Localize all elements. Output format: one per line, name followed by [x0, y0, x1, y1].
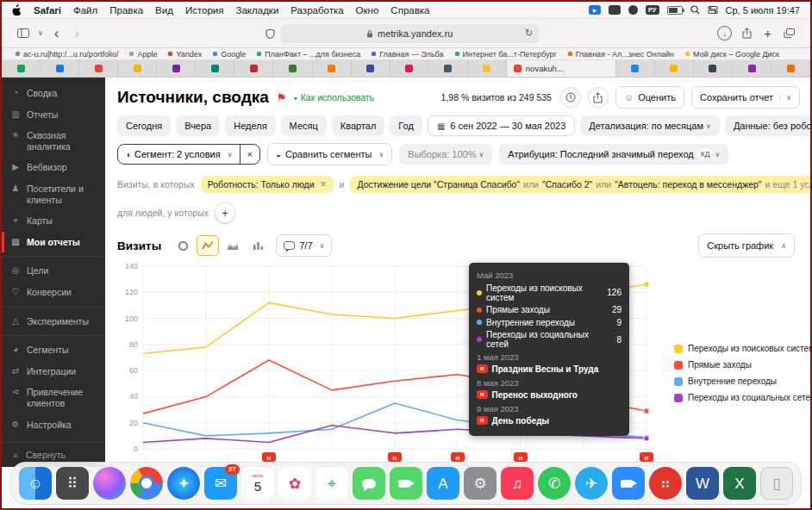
- browser-tab[interactable]: [616, 60, 655, 77]
- holiday-badge[interactable]: н: [388, 452, 402, 462]
- browser-tab[interactable]: [234, 60, 273, 77]
- dock-launchpad[interactable]: ⠿: [56, 467, 89, 500]
- sidebar-item-segments[interactable]: ◕Сегменты: [2, 339, 105, 361]
- share-icon[interactable]: [742, 28, 752, 39]
- compare-segments-button[interactable]: ◒ Сравнить сегменты ∨: [267, 143, 392, 165]
- dock-chrome[interactable]: [130, 467, 163, 500]
- downloads-button[interactable]: ↓: [717, 26, 732, 40]
- record-status-icon[interactable]: [628, 5, 638, 15]
- sidebar-item-integrations[interactable]: ⇄Интеграции: [2, 361, 105, 382]
- menu-item-7[interactable]: Окно: [356, 5, 379, 16]
- menu-item-8[interactable]: Справка: [390, 5, 429, 16]
- browser-tab[interactable]: [733, 60, 771, 77]
- period-button[interactable]: Вчера: [176, 115, 220, 136]
- bookmark-flag-icon[interactable]: ⚑: [277, 91, 287, 104]
- menu-item-0[interactable]: Safari: [34, 5, 61, 16]
- dock-photos[interactable]: ✿: [278, 467, 311, 500]
- save-report-button[interactable]: Сохранить отчет ∨: [691, 86, 800, 109]
- bookmark-item[interactable]: Интернет ба...т-Петербург: [455, 50, 557, 59]
- browser-tab[interactable]: [79, 60, 118, 77]
- holiday-badge[interactable]: н: [262, 452, 276, 462]
- dock-calendar[interactable]: июль5: [241, 467, 274, 500]
- sidebar-item-my-reports[interactable]: ▤Мои отчеты: [2, 232, 105, 253]
- sidebar-toggle-icon[interactable]: [17, 28, 29, 38]
- browser-tab[interactable]: [157, 60, 196, 77]
- browser-tab[interactable]: [390, 60, 429, 77]
- browser-tab[interactable]: [771, 60, 810, 77]
- dock-mail[interactable]: ✉27: [204, 467, 237, 500]
- sidebar-item-reports[interactable]: ▥Отчеты: [2, 104, 105, 126]
- spotlight-search-icon[interactable]: [690, 5, 700, 15]
- sidebar-item-maps[interactable]: ⌖Карты: [2, 210, 105, 232]
- sampling-dropdown[interactable]: Выборка: 100% ∨: [399, 144, 492, 165]
- legend-item[interactable]: Прямые заходы: [674, 360, 810, 370]
- sidebar-item-cross-analytics[interactable]: ✳Сквозная аналитика: [2, 125, 105, 157]
- bookmark-item[interactable]: Мой диск – Google Диск: [685, 50, 779, 59]
- dock-maps[interactable]: ⌖: [315, 467, 348, 500]
- date-range-button[interactable]: ▦ 6 сен 2022 — 30 мая 2023: [428, 115, 575, 136]
- sidebar-item-conversions[interactable]: ▽Конверсии: [2, 282, 105, 303]
- legend-item[interactable]: Переходы из поисковых систем: [674, 344, 810, 353]
- dock-word[interactable]: W: [686, 467, 719, 500]
- rate-button[interactable]: ☺ Оценить: [615, 86, 684, 109]
- area-chart-type-button[interactable]: [222, 235, 244, 256]
- sidebar-item-webvisor[interactable]: ▶Вебвизор: [2, 157, 105, 178]
- back-button[interactable]: ‹: [54, 26, 59, 40]
- browser-tab[interactable]: [41, 60, 79, 77]
- keyboard-status-icon[interactable]: [609, 5, 621, 15]
- add-people-filter-button[interactable]: +: [215, 202, 235, 223]
- dock-viber[interactable]: ⠶: [649, 467, 682, 500]
- dock-safari[interactable]: ✦: [167, 467, 200, 500]
- browser-tab[interactable]: [273, 60, 312, 77]
- browser-tab[interactable]: [429, 60, 468, 77]
- browser-tab[interactable]: [196, 60, 234, 77]
- dock-whatsapp[interactable]: ✆: [538, 467, 571, 500]
- dock-excel[interactable]: X: [723, 467, 756, 500]
- menu-item-4[interactable]: История: [185, 5, 224, 16]
- control-center-icon[interactable]: [708, 6, 718, 14]
- browser-tab[interactable]: [655, 60, 694, 77]
- holiday-badge[interactable]: н: [514, 452, 528, 462]
- tab-overview-icon[interactable]: [784, 28, 795, 38]
- tab-group-chevron-icon[interactable]: ∨: [38, 29, 43, 37]
- menu-item-6[interactable]: Разработка: [290, 5, 343, 16]
- segment-clear-button[interactable]: ×: [240, 145, 259, 164]
- filter-chip-goals[interactable]: Достижение цели "Страница Спасибо"или"Сп…: [350, 176, 810, 193]
- sidebar-item-visitors[interactable]: ♟Посетители и клиенты: [2, 178, 105, 210]
- bookmark-item[interactable]: ПланФакт – ...для бизнеса: [257, 50, 360, 59]
- bookmark-item[interactable]: ac-u.ru|http:/...u.ru/portfolio/: [16, 50, 118, 59]
- forward-button[interactable]: ›: [75, 26, 80, 40]
- legend-item[interactable]: Внутренние переходы: [674, 376, 810, 386]
- line-chart-type-button[interactable]: [197, 235, 219, 256]
- dock-appstore[interactable]: A: [427, 467, 459, 500]
- annotations-dropdown[interactable]: 7/7 ∨: [276, 234, 332, 257]
- export-button[interactable]: [588, 87, 609, 108]
- dock-facetime[interactable]: [390, 467, 422, 500]
- donut-chart-type-button[interactable]: [172, 235, 194, 256]
- period-button[interactable]: Квартал: [332, 115, 385, 136]
- browser-tab[interactable]: [2, 60, 41, 77]
- dock-finder[interactable]: ☺: [19, 467, 52, 500]
- reload-icon[interactable]: ↻: [525, 28, 533, 39]
- bookmark-item[interactable]: Apple: [129, 50, 157, 59]
- period-button[interactable]: Неделя: [225, 115, 275, 136]
- sidebar-item-settings[interactable]: ⚙Настройка: [2, 414, 105, 436]
- input-language-badge[interactable]: РУ: [646, 5, 659, 15]
- dock-music[interactable]: ♫: [501, 467, 534, 500]
- data-mode-dropdown[interactable]: Данные: без роботов ∨: [725, 115, 810, 136]
- menu-item-5[interactable]: Закладки: [236, 5, 279, 16]
- browser-tab[interactable]: [313, 60, 352, 77]
- menu-item-3[interactable]: Вид: [155, 5, 173, 16]
- browser-tab[interactable]: [468, 60, 507, 77]
- browser-tab[interactable]: [352, 60, 390, 77]
- address-bar[interactable]: metrika.yandex.ru ↻: [280, 24, 539, 43]
- dock-siri[interactable]: [93, 467, 126, 500]
- bar-chart-type-button[interactable]: [247, 235, 269, 256]
- dock-settings[interactable]: ⚙: [464, 467, 497, 500]
- sidebar-item-goals[interactable]: ◎Цели: [2, 260, 105, 282]
- apple-menu-icon[interactable]: [12, 4, 22, 16]
- bookmark-item[interactable]: Главная — Эльба: [372, 50, 443, 59]
- browser-tab[interactable]: [694, 60, 733, 77]
- hide-chart-button[interactable]: Скрыть график ∧: [698, 233, 795, 258]
- bookmark-item[interactable]: Главная - Ал...знес Онлайн: [568, 50, 674, 59]
